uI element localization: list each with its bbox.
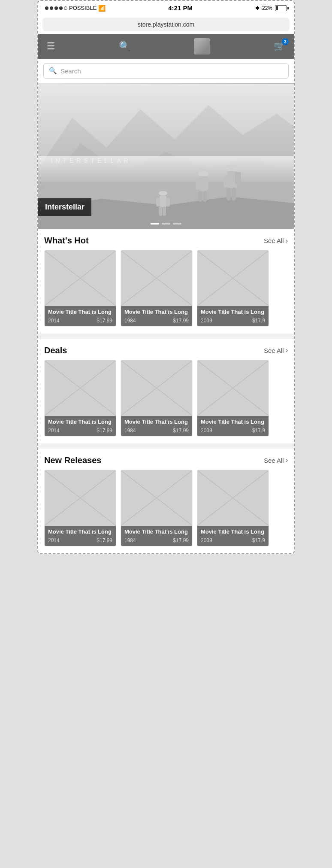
card-info: Movie Title That is Long2009$17.9: [197, 306, 269, 326]
card-title: Movie Title That is Long: [48, 528, 112, 536]
battery-percent: 22%: [262, 5, 272, 11]
card-thumbnail: [121, 360, 192, 416]
status-left: POSSIBLE 📶: [45, 5, 106, 12]
movie-card[interactable]: Movie Title That is Long2014$17.99: [44, 470, 116, 546]
search-bar-container: 🔍 Search: [38, 59, 294, 83]
svg-rect-11: [235, 172, 241, 185]
card-thumbnail: [197, 470, 269, 526]
hero-dot-1[interactable]: [151, 223, 159, 225]
card-info: Movie Title That is Long1984$17.99: [121, 416, 192, 436]
card-thumbnail: [197, 360, 269, 416]
svg-rect-16: [198, 191, 202, 202]
svg-rect-21: [166, 198, 170, 206]
search-input[interactable]: Search: [60, 67, 81, 75]
search-bar[interactable]: 🔍 Search: [43, 63, 289, 79]
carrier-name: POSSIBLE: [69, 5, 97, 11]
search-magnifier-icon: 🔍: [49, 67, 57, 75]
svg-rect-22: [159, 206, 162, 216]
search-icon[interactable]: 🔍: [119, 41, 130, 52]
avatar-image: [194, 38, 210, 55]
section-new-releases: New ReleasesSee All›Movie Title That is …: [38, 449, 294, 553]
svg-rect-17: [203, 191, 207, 202]
placeholder-x-icon: [197, 470, 269, 526]
hero-dot-3[interactable]: [173, 223, 181, 225]
movie-card[interactable]: Movie Title That is Long1984$17.99: [121, 360, 193, 437]
phone-frame: POSSIBLE 📶 4:21 PM ✱ 22% store.playstati…: [37, 0, 295, 554]
card-info: Movie Title That is Long2014$17.99: [45, 306, 116, 326]
see-all-new-releases[interactable]: See All›: [264, 456, 288, 464]
see-all-label: See All: [264, 347, 284, 354]
see-all-deals[interactable]: See All›: [264, 346, 288, 354]
card-meta: 2014$17.99: [48, 537, 112, 543]
placeholder-x-icon: [121, 470, 192, 526]
placeholder-x-icon: [197, 360, 269, 416]
card-price: $17.99: [173, 428, 189, 434]
movie-card[interactable]: Movie Title That is Long2009$17.9: [197, 470, 269, 546]
card-price: $17.9: [252, 428, 265, 434]
placeholder-x-icon: [121, 360, 192, 416]
card-year: 2014: [48, 537, 60, 543]
placeholder-x-icon: [197, 250, 269, 306]
card-title: Movie Title That is Long: [124, 528, 189, 536]
card-info: Movie Title That is Long1984$17.99: [121, 306, 192, 326]
hero-dots: [151, 223, 181, 225]
svg-rect-10: [232, 188, 236, 201]
svg-rect-5: [226, 165, 238, 171]
card-year: 2009: [201, 318, 212, 324]
user-avatar[interactable]: [194, 38, 210, 55]
card-year: 1984: [124, 537, 136, 543]
card-thumbnail: [45, 360, 116, 416]
movie-card[interactable]: Movie Title That is Long2014$17.99: [44, 360, 116, 437]
card-year: 1984: [124, 318, 136, 324]
chevron-right-icon: ›: [286, 456, 288, 464]
section-whats-hot: What's HotSee All›Movie Title That is Lo…: [38, 229, 294, 334]
cart-button[interactable]: 🛒 3: [274, 41, 285, 52]
hero-banner[interactable]: INTERSTELLAR Interstellar: [38, 83, 294, 229]
hero-dot-2[interactable]: [162, 223, 170, 225]
card-thumbnail: [45, 250, 116, 306]
card-title: Movie Title That is Long: [201, 419, 265, 426]
card-meta: 1984$17.99: [124, 537, 189, 543]
card-price: $17.9: [252, 318, 265, 324]
card-title: Movie Title That is Long: [201, 309, 265, 316]
bluetooth-icon: ✱: [255, 5, 260, 11]
placeholder-x-icon: [45, 360, 116, 416]
card-meta: 2009$17.9: [201, 318, 265, 324]
section-title-new-releases: New Releases: [44, 455, 101, 465]
svg-text:INTERSTELLAR: INTERSTELLAR: [51, 157, 131, 164]
card-info: Movie Title That is Long2009$17.9: [197, 416, 269, 436]
movie-card[interactable]: Movie Title That is Long1984$17.99: [121, 250, 193, 327]
card-info: Movie Title That is Long2009$17.9: [197, 526, 269, 546]
section-separator: [38, 443, 294, 449]
url-bar[interactable]: store.playstation.com: [42, 18, 290, 31]
chevron-right-icon: ›: [286, 237, 288, 245]
movie-card[interactable]: Movie Title That is Long2014$17.99: [44, 250, 116, 327]
svg-rect-14: [196, 180, 200, 190]
wifi-icon: 📶: [98, 5, 106, 12]
see-all-whats-hot[interactable]: See All›: [264, 237, 288, 245]
signal-dot-1: [45, 6, 48, 10]
battery-fill: [276, 6, 278, 10]
card-meta: 2009$17.9: [201, 428, 265, 434]
card-meta: 2014$17.99: [48, 318, 112, 324]
svg-rect-19: [160, 196, 166, 208]
svg-rect-18: [159, 191, 167, 196]
card-year: 2009: [201, 428, 212, 434]
movie-card[interactable]: Movie Title That is Long2009$17.9: [197, 250, 269, 327]
card-title: Movie Title That is Long: [48, 419, 112, 426]
card-price: $17.99: [173, 537, 189, 543]
card-title: Movie Title That is Long: [124, 309, 189, 316]
cart-badge: 3: [282, 38, 289, 45]
card-price: $17.99: [97, 537, 112, 543]
card-price: $17.9: [252, 537, 265, 543]
see-all-label: See All: [264, 237, 284, 244]
status-bar: POSSIBLE 📶 4:21 PM ✱ 22%: [38, 1, 294, 15]
movie-card[interactable]: Movie Title That is Long2009$17.9: [197, 360, 269, 437]
card-year: 2014: [48, 428, 60, 434]
card-year: 1984: [124, 428, 136, 434]
card-title: Movie Title That is Long: [48, 309, 112, 316]
hamburger-menu-icon[interactable]: ☰: [47, 41, 55, 52]
card-price: $17.99: [173, 318, 189, 324]
movie-card[interactable]: Movie Title That is Long1984$17.99: [121, 470, 193, 546]
section-header-deals: DealsSee All›: [38, 339, 294, 360]
